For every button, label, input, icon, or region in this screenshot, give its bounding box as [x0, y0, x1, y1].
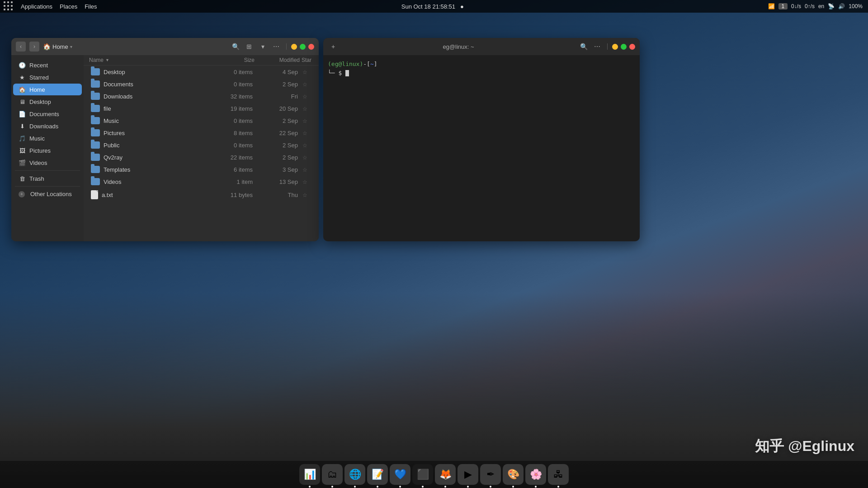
- fm-body: 🕐 Recent ★ Starred 🏠 Home 🖥 Desktop 📄 Do…: [11, 55, 319, 241]
- dock-item-chrome[interactable]: 🌐: [344, 464, 365, 485]
- sidebar-item-documents[interactable]: 📄 Documents: [13, 108, 82, 120]
- sidebar-item-videos[interactable]: 🎬 Videos: [13, 157, 82, 169]
- fm-forward-button[interactable]: ›: [29, 42, 39, 52]
- term-maximize-button[interactable]: [621, 44, 627, 50]
- fm-column-headers: Name ▼ Size Modified Star: [84, 55, 319, 66]
- file-manager-window: ‹ › 🏠 Home ▾ 🔍 ⊞ ▾ ⋯ 🕐 Recent ★ S: [11, 38, 319, 241]
- fm-view-toggle-button[interactable]: ⊞: [244, 41, 255, 52]
- dock-item-pink-app[interactable]: 🌸: [525, 464, 546, 485]
- dock-item-pen[interactable]: ✒: [480, 464, 501, 485]
- sidebar-item-starred[interactable]: ★ Starred: [13, 71, 82, 83]
- dock-item-files[interactable]: 🗂: [322, 464, 343, 485]
- col-header-name[interactable]: Name ▼: [89, 57, 223, 63]
- star-toggle[interactable]: ☆: [298, 81, 311, 88]
- wm-minimize-button[interactable]: [291, 44, 297, 50]
- sidebar-item-music[interactable]: 🎵 Music: [13, 132, 82, 144]
- star-toggle[interactable]: ☆: [298, 117, 311, 124]
- fm-back-button[interactable]: ‹: [16, 42, 26, 52]
- term-minimize-button[interactable]: [612, 44, 618, 50]
- dock-item-system-monitor[interactable]: 📊: [299, 464, 320, 485]
- star-toggle[interactable]: ☆: [298, 178, 311, 185]
- sidebar-item-trash[interactable]: 🗑 Trash: [13, 173, 82, 184]
- star-toggle[interactable]: ☆: [298, 105, 311, 112]
- topbar-dl-speed: 0↓/s: [791, 3, 801, 9]
- topbar-files[interactable]: Files: [85, 3, 97, 10]
- sidebar-item-other-locations[interactable]: + Other Locations: [13, 188, 82, 200]
- table-row[interactable]: Music 0 items 2 Sep ☆: [85, 115, 317, 127]
- table-row[interactable]: Downloads 32 items Fri ☆: [85, 90, 317, 102]
- table-row[interactable]: Documents 0 items 2 Sep ☆: [85, 78, 317, 90]
- sidebar-item-desktop[interactable]: 🖥 Desktop: [13, 96, 82, 108]
- sidebar-item-home[interactable]: 🏠 Home: [13, 84, 82, 95]
- file-size: 6 items: [221, 166, 262, 173]
- table-row[interactable]: file 19 items 20 Sep ☆: [85, 103, 317, 114]
- col-header-modified[interactable]: Modified: [264, 57, 300, 63]
- star-toggle[interactable]: ☆: [298, 192, 311, 198]
- file-name: Documents: [104, 81, 133, 88]
- star-toggle[interactable]: ☆: [298, 166, 311, 173]
- dock-item-terminal[interactable]: ⬛: [412, 464, 433, 485]
- star-toggle[interactable]: ☆: [298, 154, 311, 161]
- star-toggle[interactable]: ☆: [298, 93, 311, 100]
- dock-item-text-editor[interactable]: 📝: [367, 464, 388, 485]
- sidebar-item-downloads[interactable]: ⬇ Downloads: [13, 120, 82, 132]
- home-icon: 🏠: [43, 43, 51, 50]
- file-modified: 2 Sep: [262, 142, 298, 149]
- table-row[interactable]: a.txt 11 bytes Thu ☆: [85, 188, 317, 202]
- term-more-button[interactable]: ⋯: [592, 41, 603, 52]
- term-prompt-user: (eg@linux): [328, 61, 363, 67]
- star-toggle[interactable]: ☆: [298, 69, 311, 75]
- dock: 📊🗂🌐📝💙⬛🦊▶✒🎨🌸🖧: [0, 461, 868, 488]
- table-row[interactable]: Qv2ray 22 items 2 Sep ☆: [85, 151, 317, 163]
- wm-maximize-button[interactable]: [300, 44, 306, 50]
- topbar-applications[interactable]: Applications: [21, 3, 52, 10]
- term-titlebar: + eg@linux: ~ 🔍 ⋯: [323, 38, 640, 55]
- term-close-button[interactable]: [629, 44, 635, 50]
- col-header-star: Star: [300, 57, 313, 63]
- file-size: 8 items: [221, 130, 262, 136]
- term-body[interactable]: (eg@linux)-[~] └─ $: [323, 55, 640, 241]
- term-title: eg@linux: ~: [342, 43, 575, 50]
- term-search-button[interactable]: 🔍: [578, 41, 589, 52]
- term-input-line: └─ $: [328, 69, 635, 78]
- term-prompt-close: ]: [374, 61, 377, 67]
- topbar-badge: 1: [778, 3, 788, 9]
- table-row[interactable]: Pictures 8 items 22 Sep ☆: [85, 127, 317, 139]
- chevron-down-icon: ▾: [70, 44, 72, 49]
- file-size: 0 items: [221, 142, 262, 149]
- sidebar-item-recent[interactable]: 🕐 Recent: [13, 59, 82, 71]
- topbar-lang: en: [818, 3, 824, 9]
- star-toggle[interactable]: ☆: [298, 142, 311, 149]
- apps-grid-icon[interactable]: [4, 1, 14, 11]
- file-modified: 4 Sep: [262, 69, 298, 75]
- wm-close-button[interactable]: [308, 44, 314, 50]
- term-new-tab-button[interactable]: +: [328, 41, 339, 52]
- fm-view-chevron-button[interactable]: ▾: [257, 41, 268, 52]
- dock-item-mascot[interactable]: 🦊: [435, 464, 456, 485]
- col-header-size[interactable]: Size: [223, 57, 264, 63]
- sidebar-label-desktop: Desktop: [29, 99, 51, 105]
- folder-icon: [91, 80, 100, 88]
- table-row[interactable]: Templates 6 items 3 Sep ☆: [85, 164, 317, 175]
- fm-location-label: Home: [52, 43, 68, 50]
- file-modified: 2 Sep: [262, 81, 298, 88]
- fm-sidebar: 🕐 Recent ★ Starred 🏠 Home 🖥 Desktop 📄 Do…: [11, 55, 84, 241]
- table-row[interactable]: Videos 1 item 13 Sep ☆: [85, 176, 317, 188]
- folder-icon: [91, 105, 100, 112]
- file-size: 19 items: [221, 105, 262, 112]
- fm-more-button[interactable]: ⋯: [271, 41, 282, 52]
- dock-item-media[interactable]: ▶: [458, 464, 478, 485]
- dock-item-vm[interactable]: 🖧: [548, 464, 569, 485]
- fm-search-button[interactable]: 🔍: [230, 41, 241, 52]
- dock-item-color[interactable]: 🎨: [503, 464, 524, 485]
- table-row[interactable]: Desktop 0 items 4 Sep ☆: [85, 66, 317, 78]
- dock-item-vs-code[interactable]: 💙: [390, 464, 410, 485]
- topbar-places[interactable]: Places: [60, 3, 77, 10]
- file-icon: [91, 190, 98, 199]
- table-row[interactable]: Public 0 items 2 Sep ☆: [85, 139, 317, 151]
- sidebar-item-pictures[interactable]: 🖼 Pictures: [13, 145, 82, 156]
- file-name: Templates: [104, 166, 130, 173]
- file-size: 0 items: [221, 81, 262, 88]
- star-toggle[interactable]: ☆: [298, 130, 311, 136]
- folder-icon: [91, 93, 100, 100]
